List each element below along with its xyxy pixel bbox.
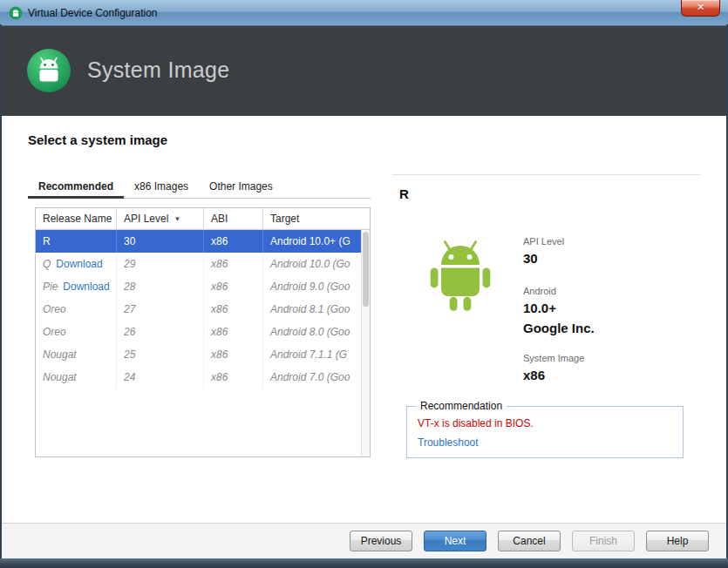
tab-recommended[interactable]: Recommended [28, 176, 124, 199]
next-button[interactable]: Next [424, 531, 486, 551]
close-button[interactable]: ✕ [681, 0, 720, 17]
release-name: R [43, 235, 51, 247]
system-image-label: System Image [523, 353, 595, 363]
tab-bar: Recommended x86 Images Other Images [28, 176, 371, 199]
download-link[interactable]: Download [56, 258, 102, 270]
table-row-q[interactable]: Q Download 29 x86 Android 10.0 (Go [36, 253, 370, 275]
tab-other-images[interactable]: Other Images [199, 176, 283, 199]
help-button[interactable]: Help [646, 531, 709, 551]
android-studio-icon [9, 6, 23, 20]
scrollbar-thumb[interactable] [363, 232, 369, 307]
table-scrollbar[interactable] [361, 230, 370, 456]
release-name: Oreo [43, 326, 66, 338]
sort-descending-icon: ▼ [173, 215, 180, 223]
release-name: Nougat [43, 348, 77, 361]
wizard-header: System Image [0, 26, 728, 116]
system-image-value: x86 [523, 368, 595, 382]
window-frame-bottom [0, 558, 728, 568]
table-row-nougat-24[interactable]: Nougat 24 x86 Android 7.0 (Goo [36, 366, 370, 389]
details-panel-divider [392, 174, 700, 175]
troubleshoot-link[interactable]: Troubleshoot [418, 436, 479, 449]
cancel-button[interactable]: Cancel [498, 531, 561, 551]
release-name: Oreo [43, 303, 66, 315]
tab-x86-images[interactable]: x86 Images [124, 176, 199, 199]
table-row-nougat-25[interactable]: Nougat 25 x86 Android 7.1.1 (G [36, 343, 370, 366]
previous-button[interactable]: Previous [350, 531, 412, 551]
api-level-label: API Level [523, 236, 595, 247]
selected-image-name: R [399, 186, 409, 201]
api-level-value: 30 [523, 251, 595, 266]
release-name: Q [43, 258, 51, 270]
table-row-oreo-27[interactable]: Oreo 27 x86 Android 8.1 (Goo [36, 298, 370, 321]
column-header-release-name[interactable]: Release Name [36, 208, 117, 229]
download-link[interactable]: Download [63, 281, 109, 293]
wizard-step-title: System Image [87, 57, 229, 83]
table-row-r[interactable]: R 30 x86 Android 10.0+ (G [36, 230, 370, 253]
column-header-target[interactable]: Target [263, 208, 370, 229]
system-image-table: Release Name API Level ▼ ABI Target R 30… [35, 207, 371, 457]
column-header-api-level[interactable]: API Level ▼ [117, 208, 204, 229]
vendor-value: Google Inc. [523, 321, 595, 335]
release-name: Pie [43, 281, 58, 293]
titlebar[interactable]: Virtual Device Configuration ✕ [0, 0, 728, 26]
table-row-pie[interactable]: Pie Download 28 x86 Android 9.0 (Goo [36, 275, 370, 298]
button-bar: Previous Next Cancel Finish Help [0, 523, 728, 558]
finish-button[interactable]: Finish [572, 531, 635, 551]
section-heading: Select a system image [28, 132, 167, 147]
android-label: Android [523, 286, 595, 296]
image-details: API Level 30 Android 10.0+ Google Inc. S… [523, 236, 595, 382]
vtx-warning-text: VT-x is disabled in BIOS. [418, 417, 534, 429]
table-header-row: Release Name API Level ▼ ABI Target [36, 208, 370, 230]
window-title: Virtual Device Configuration [28, 7, 158, 19]
virtual-device-configuration-dialog: Virtual Device Configuration ✕ Sy [0, 0, 728, 568]
android-robot-image [422, 237, 499, 329]
window-frame-left [0, 24, 2, 568]
table-row-oreo-26[interactable]: Oreo 26 x86 Android 8.0 (Goo [36, 321, 370, 343]
release-name: Nougat [43, 371, 77, 383]
android-version-value: 10.0+ [523, 301, 595, 315]
column-header-abi[interactable]: ABI [204, 208, 263, 229]
android-studio-logo-icon [26, 48, 71, 93]
recommendation-box: Recommendation VT-x is disabled in BIOS.… [406, 406, 684, 458]
recommendation-title: Recommendation [416, 400, 507, 412]
